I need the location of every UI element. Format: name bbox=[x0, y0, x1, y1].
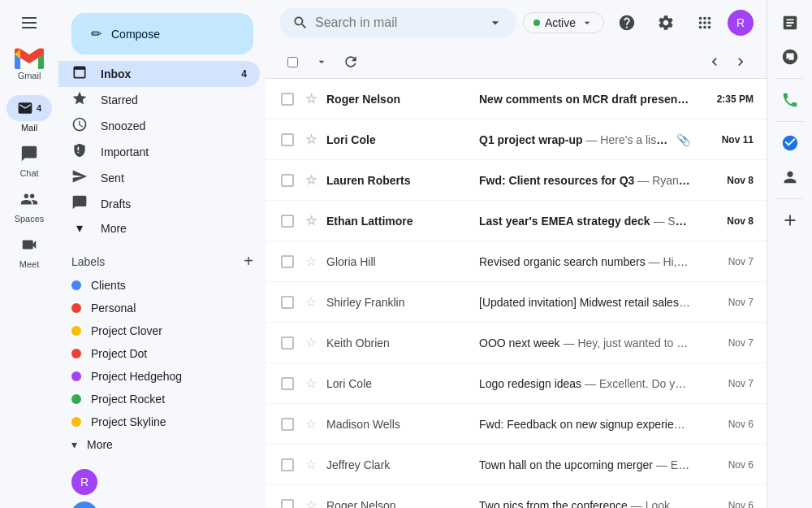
email-row[interactable]: ☆ Keith Obrien OOO next week — Hey, just… bbox=[266, 323, 767, 363]
search-dropdown-icon[interactable] bbox=[487, 15, 503, 31]
search-icon bbox=[292, 15, 309, 31]
active-status-badge[interactable]: Active bbox=[523, 12, 604, 33]
star-button[interactable]: ☆ bbox=[305, 497, 317, 508]
right-panel-icon-contacts[interactable] bbox=[774, 161, 806, 193]
email-sender: Madison Wells bbox=[326, 418, 473, 431]
email-row[interactable]: ☆ Lori Cole Q1 project wrap-up — Here's … bbox=[266, 119, 767, 160]
user-avatar[interactable]: R bbox=[728, 10, 754, 36]
starred-label: Starred bbox=[101, 93, 138, 106]
select-dropdown[interactable] bbox=[309, 49, 335, 75]
email-sender: Lori Cole bbox=[326, 133, 473, 146]
label-item-project-skyline[interactable]: Project Skyline bbox=[71, 410, 253, 433]
apps-icon[interactable] bbox=[689, 7, 721, 39]
email-checkbox-container bbox=[279, 254, 296, 270]
email-checkbox-container bbox=[279, 376, 296, 392]
user-avatar-1[interactable]: R bbox=[71, 469, 97, 495]
select-controls bbox=[279, 49, 335, 75]
right-panel-icon-meet[interactable] bbox=[774, 7, 806, 39]
sidebar: ✏ Compose Inbox 4 Starred Snoozed Import… bbox=[58, 0, 266, 508]
star-button[interactable]: ☆ bbox=[305, 91, 317, 106]
add-label-icon[interactable]: + bbox=[244, 252, 253, 271]
star-button[interactable]: ☆ bbox=[305, 416, 317, 432]
label-item-project-dot[interactable]: Project Dot bbox=[71, 342, 253, 365]
email-row[interactable]: ☆ Roger Nelson New comments on MCR draft… bbox=[266, 79, 767, 119]
nav-mail[interactable]: 4 Mail bbox=[6, 95, 52, 132]
nav-chat[interactable]: Chat bbox=[6, 141, 52, 178]
label-name: Project Skyline bbox=[91, 415, 166, 428]
next-page-button[interactable] bbox=[728, 49, 754, 75]
star-button[interactable]: ☆ bbox=[305, 457, 317, 472]
sidebar-item-sent[interactable]: Sent bbox=[58, 165, 260, 191]
email-row[interactable]: ☆ Lauren Roberts Fwd: Client resources f… bbox=[266, 160, 767, 201]
drafts-icon bbox=[71, 194, 88, 214]
star-button[interactable]: ☆ bbox=[305, 172, 317, 188]
user-avatar-2[interactable]: J bbox=[71, 501, 97, 508]
active-label: Active bbox=[545, 16, 576, 29]
star-button[interactable]: ☆ bbox=[305, 376, 317, 391]
label-item-clients[interactable]: Clients bbox=[71, 274, 253, 297]
search-input[interactable] bbox=[315, 15, 481, 30]
email-row[interactable]: ☆ Ethan Lattimore Last year's EMEA strat… bbox=[266, 201, 767, 241]
email-checkbox[interactable] bbox=[281, 336, 294, 350]
sidebar-item-more[interactable]: ▾ More bbox=[58, 217, 260, 239]
right-panel-icon-add[interactable] bbox=[774, 204, 806, 237]
labels-more-label: More bbox=[87, 438, 113, 451]
compose-button[interactable]: ✏ Compose bbox=[71, 13, 253, 54]
email-list: ☆ Roger Nelson New comments on MCR draft… bbox=[266, 79, 767, 508]
star-button[interactable]: ☆ bbox=[305, 213, 317, 228]
email-row[interactable]: ☆ Jeffrey Clark Town hall on the upcomin… bbox=[266, 445, 767, 485]
star-button[interactable]: ☆ bbox=[305, 294, 317, 310]
sidebar-item-starred[interactable]: Starred bbox=[58, 87, 260, 113]
email-checkbox[interactable] bbox=[281, 418, 294, 431]
gmail-label: Gmail bbox=[18, 71, 41, 80]
star-button[interactable]: ☆ bbox=[305, 254, 317, 269]
email-checkbox[interactable] bbox=[281, 133, 294, 146]
email-checkbox[interactable] bbox=[281, 93, 294, 106]
right-panel-icon-phone[interactable] bbox=[774, 84, 806, 116]
email-row[interactable]: ☆ Shirley Franklin [Updated invitation] … bbox=[266, 282, 767, 323]
email-checkbox[interactable] bbox=[281, 296, 294, 309]
email-sender: Roger Nelson bbox=[326, 93, 473, 106]
snoozed-icon bbox=[71, 116, 88, 136]
label-item-project-rocket[interactable]: Project Rocket bbox=[71, 388, 253, 410]
prev-page-button[interactable] bbox=[702, 49, 728, 75]
mail-label: Mail bbox=[21, 123, 37, 132]
select-all-checkbox[interactable] bbox=[279, 49, 305, 75]
email-checkbox[interactable] bbox=[281, 215, 294, 228]
email-row[interactable]: ☆ Lori Cole Logo redesign ideas — Excell… bbox=[266, 363, 767, 404]
email-row[interactable]: ☆ Gloria Hill Revised organic search num… bbox=[266, 241, 767, 282]
settings-icon[interactable] bbox=[650, 7, 682, 39]
email-checkbox[interactable] bbox=[281, 499, 294, 509]
search-bar[interactable] bbox=[279, 8, 516, 37]
star-button[interactable]: ☆ bbox=[305, 335, 317, 350]
right-panel-icon-chat[interactable] bbox=[774, 41, 806, 73]
hamburger-menu[interactable] bbox=[13, 7, 45, 39]
sidebar-item-important[interactable]: Important bbox=[58, 139, 260, 165]
label-item-project-clover[interactable]: Project Clover bbox=[71, 319, 253, 342]
email-checkbox[interactable] bbox=[281, 255, 294, 268]
label-name: Clients bbox=[91, 279, 126, 292]
email-checkbox[interactable] bbox=[281, 377, 294, 390]
select-all-input[interactable] bbox=[287, 57, 298, 67]
label-item-personal[interactable]: Personal bbox=[71, 297, 253, 319]
email-checkbox-container bbox=[279, 416, 296, 432]
email-subject: Last year's EMEA strategy deck — Sending… bbox=[479, 215, 690, 228]
nav-spaces[interactable]: Spaces bbox=[6, 186, 52, 224]
label-name: Project Clover bbox=[91, 324, 162, 337]
star-button[interactable]: ☆ bbox=[305, 132, 317, 147]
email-row[interactable]: ☆ Roger Nelson Two pics from the confere… bbox=[266, 485, 767, 508]
nav-meet[interactable]: Meet bbox=[6, 232, 52, 269]
email-row[interactable]: ☆ Madison Wells Fwd: Feedback on new sig… bbox=[266, 404, 767, 445]
email-subject: Town hall on the upcoming merger — Every… bbox=[479, 458, 690, 471]
sidebar-item-snoozed[interactable]: Snoozed bbox=[58, 113, 260, 139]
labels-more-item[interactable]: ▾ More bbox=[71, 433, 253, 456]
label-item-project-hedgehog[interactable]: Project Hedgehog bbox=[71, 365, 253, 388]
email-checkbox[interactable] bbox=[281, 458, 294, 471]
sidebar-item-drafts[interactable]: Drafts bbox=[58, 191, 260, 217]
sidebar-item-inbox[interactable]: Inbox 4 bbox=[58, 61, 260, 87]
email-checkbox-container bbox=[279, 457, 296, 473]
email-checkbox[interactable] bbox=[281, 174, 294, 187]
right-panel-icon-tasks[interactable] bbox=[774, 127, 806, 159]
help-icon[interactable] bbox=[611, 7, 643, 39]
refresh-button[interactable] bbox=[338, 49, 364, 75]
